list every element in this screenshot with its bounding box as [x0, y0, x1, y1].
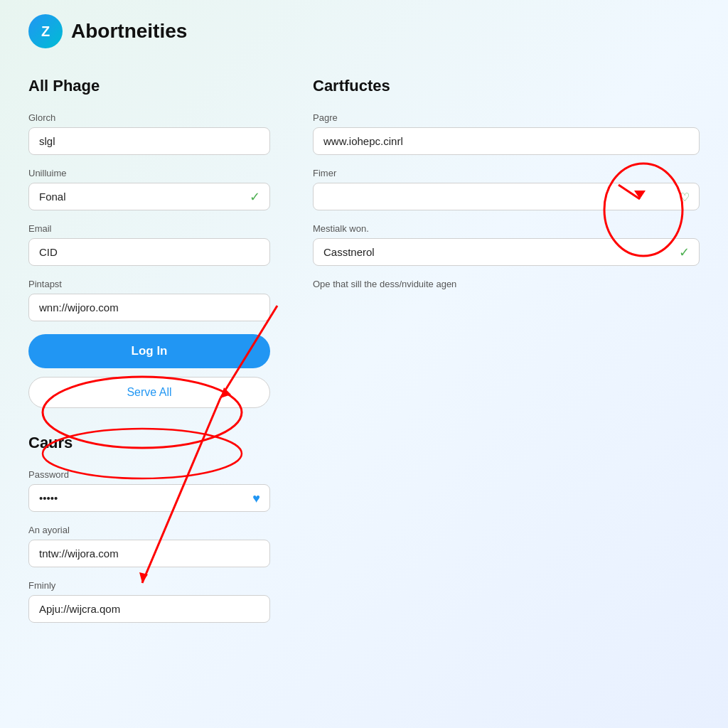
glorch-input[interactable]: [28, 127, 270, 155]
password-wrapper: ♥: [28, 484, 270, 512]
app-title: Abortneities: [71, 20, 187, 43]
fminly-label: Fminly: [28, 580, 270, 591]
glorch-group: Glorch: [28, 112, 270, 155]
unilluime-select-wrapper: ✓: [28, 183, 270, 210]
mestialk-input[interactable]: [313, 238, 700, 266]
fimer-group: Fimer ♡: [313, 168, 700, 210]
heart-icon: ♥: [252, 491, 260, 505]
ayorial-input[interactable]: [28, 540, 270, 567]
pagre-label: Pagre: [313, 112, 700, 123]
email-input[interactable]: [28, 238, 270, 266]
email-label: Email: [28, 223, 270, 234]
left-section-title: All Phage: [28, 77, 270, 95]
main-layout: All Phage Glorch Unilluime ✓ Email Pinta…: [28, 77, 700, 636]
ayorial-group: An ayorial: [28, 525, 270, 567]
ayorial-label: An ayorial: [28, 525, 270, 535]
caurs-section: Caurs Password ♥ An ayorial Fminly: [28, 434, 270, 623]
fimer-wrapper: ♡: [313, 183, 700, 210]
mestialk-group: Mestialk won. ✓: [313, 223, 700, 266]
helper-text: Ope that sill the dess/nviduite agen: [313, 279, 700, 289]
right-column: Cartfuctes Pagre Fimer ♡ Mestialk won. ✓…: [313, 77, 700, 636]
pintapst-group: Pintapst: [28, 279, 270, 321]
unilluime-input[interactable]: [28, 183, 270, 210]
email-group: Email: [28, 223, 270, 266]
pagre-input[interactable]: [313, 127, 700, 155]
fimer-input[interactable]: [313, 183, 700, 210]
mestialk-label: Mestialk won.: [313, 223, 700, 234]
fminly-input[interactable]: [28, 595, 270, 623]
password-label: Password: [28, 469, 270, 480]
app-header: Z Abortneities: [28, 14, 700, 48]
password-group: Password ♥: [28, 469, 270, 512]
app-logo: Z: [28, 14, 63, 48]
caurs-title: Caurs: [28, 434, 270, 452]
password-input[interactable]: [28, 484, 270, 512]
pintapst-input[interactable]: [28, 294, 270, 321]
mestialk-select-wrapper: ✓: [313, 238, 700, 266]
glorch-label: Glorch: [28, 112, 270, 123]
green-heart-icon: ♡: [680, 190, 690, 203]
pagre-group: Pagre: [313, 112, 700, 155]
left-column: All Phage Glorch Unilluime ✓ Email Pinta…: [28, 77, 270, 636]
login-button[interactable]: Log In: [28, 334, 270, 368]
unilluime-group: Unilluime ✓: [28, 168, 270, 210]
right-section-title: Cartfuctes: [313, 77, 700, 95]
pintapst-label: Pintapst: [28, 279, 270, 289]
fimer-label: Fimer: [313, 168, 700, 178]
serve-all-button[interactable]: Serve All: [28, 377, 270, 408]
unilluime-label: Unilluime: [28, 168, 270, 178]
fminly-group: Fminly: [28, 580, 270, 623]
